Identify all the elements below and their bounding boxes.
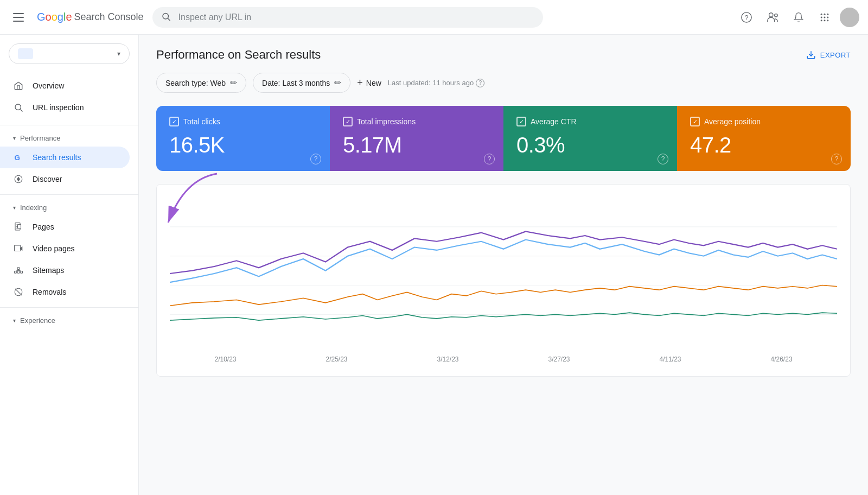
sitemaps-icon bbox=[13, 265, 24, 276]
position-line bbox=[170, 313, 837, 320]
discover-icon bbox=[13, 174, 24, 185]
impressions-line bbox=[170, 231, 837, 274]
discover-label: Discover bbox=[33, 175, 62, 183]
sidebar-divider-2 bbox=[0, 194, 138, 195]
app-logo: Google Search Console bbox=[37, 11, 144, 23]
impressions-help-icon[interactable]: ? bbox=[484, 154, 495, 164]
ctr-value: 0.3% bbox=[516, 133, 664, 157]
svg-point-12 bbox=[821, 20, 822, 21]
metric-cards: ✓ Total clicks 16.5K ? ✓ Total impressio… bbox=[156, 106, 851, 171]
position-label: Average position bbox=[704, 117, 761, 126]
impressions-value: 5.17M bbox=[343, 133, 490, 157]
x-label-6: 4/26/23 bbox=[726, 356, 837, 363]
position-value: 47.2 bbox=[690, 133, 838, 157]
apps-button[interactable] bbox=[814, 7, 835, 28]
svg-point-15 bbox=[15, 104, 21, 110]
experience-collapse-icon: ▾ bbox=[13, 318, 16, 323]
performance-chart: 2/10/23 2/25/23 3/12/23 3/27/23 4/11/23 … bbox=[156, 184, 851, 377]
pages-label: Pages bbox=[33, 223, 54, 231]
ctr-help-icon[interactable]: ? bbox=[658, 154, 668, 164]
svg-point-14 bbox=[827, 20, 828, 21]
sidebar-nav: Overview URL inspection bbox=[0, 73, 138, 120]
svg-line-16 bbox=[20, 109, 22, 111]
user-avatar[interactable] bbox=[840, 8, 859, 27]
hamburger-menu[interactable] bbox=[9, 9, 28, 26]
svg-text:?: ? bbox=[745, 14, 749, 21]
url-search-bar[interactable] bbox=[152, 7, 543, 28]
sidebar-item-overview[interactable]: Overview bbox=[0, 75, 130, 97]
property-dropdown-arrow: ▾ bbox=[117, 50, 120, 58]
clicks-line bbox=[170, 240, 837, 283]
chart-svg bbox=[170, 198, 837, 350]
top-bar: Google Search Console ? bbox=[0, 0, 868, 35]
svg-point-5 bbox=[775, 14, 778, 16]
svg-point-8 bbox=[827, 13, 828, 15]
svg-point-13 bbox=[824, 20, 826, 21]
metric-card-ctr[interactable]: ✓ Average CTR 0.3% ? bbox=[503, 106, 677, 171]
indexing-header-label: Indexing bbox=[20, 204, 47, 212]
svg-point-11 bbox=[827, 16, 828, 18]
x-label-4: 3/27/23 bbox=[503, 356, 615, 363]
impressions-label: Total impressions bbox=[357, 117, 416, 126]
svg-line-34 bbox=[15, 289, 22, 295]
edit-search-type-icon: ✏ bbox=[230, 78, 237, 88]
svg-text:G: G bbox=[15, 154, 21, 162]
svg-rect-27 bbox=[17, 271, 20, 274]
ctr-check-icon: ✓ bbox=[516, 117, 526, 126]
clicks-help-icon[interactable]: ? bbox=[310, 154, 321, 164]
ctr-header: ✓ Average CTR bbox=[516, 117, 664, 126]
indexing-section-header[interactable]: ▾ Indexing bbox=[0, 199, 138, 216]
sidebar-item-video-pages[interactable]: Video pages bbox=[0, 238, 130, 259]
home-icon bbox=[13, 80, 24, 91]
new-filter-button[interactable]: + New bbox=[357, 77, 381, 88]
date-label: Date: Last 3 months bbox=[262, 79, 330, 87]
position-help-icon[interactable]: ? bbox=[831, 154, 842, 164]
search-inspect-icon bbox=[13, 102, 24, 113]
performance-section-header[interactable]: ▾ Performance bbox=[0, 130, 138, 147]
performance-header-label: Performance bbox=[20, 134, 60, 142]
ctr-line bbox=[170, 285, 837, 306]
sidebar-item-sitemaps[interactable]: Sitemaps bbox=[0, 259, 130, 281]
last-updated-text: Last updated: 11 hours ago bbox=[388, 79, 474, 87]
indexing-collapse-icon: ▾ bbox=[13, 205, 16, 211]
export-label: EXPORT bbox=[820, 51, 851, 59]
top-actions: ? bbox=[736, 7, 859, 28]
property-selector[interactable]: ▾ bbox=[9, 43, 130, 64]
svg-rect-23 bbox=[18, 225, 21, 229]
search-icon bbox=[161, 11, 171, 23]
sidebar-item-search-results[interactable]: G Search results bbox=[0, 147, 130, 168]
last-updated: Last updated: 11 hours ago ? bbox=[388, 79, 484, 87]
sidebar-item-discover[interactable]: Discover bbox=[0, 168, 130, 190]
edit-date-icon: ✏ bbox=[334, 78, 341, 88]
last-updated-help-icon: ? bbox=[476, 79, 484, 87]
help-button[interactable]: ? bbox=[736, 7, 757, 28]
x-label-3: 3/12/23 bbox=[392, 356, 503, 363]
svg-rect-24 bbox=[15, 245, 21, 251]
svg-point-6 bbox=[821, 13, 822, 15]
metric-card-clicks[interactable]: ✓ Total clicks 16.5K ? bbox=[156, 106, 330, 171]
sidebar-item-removals[interactable]: Removals bbox=[0, 281, 130, 303]
sidebar-item-url-inspection[interactable]: URL inspection bbox=[0, 97, 130, 118]
search-type-filter[interactable]: Search type: Web ✏ bbox=[156, 73, 246, 93]
overview-label: Overview bbox=[33, 81, 64, 90]
page-header: Performance on Search results EXPORT bbox=[156, 48, 851, 62]
sidebar-item-pages[interactable]: Pages bbox=[0, 216, 130, 238]
impressions-check-icon: ✓ bbox=[343, 117, 353, 126]
experience-section-header[interactable]: ▾ Experience bbox=[0, 312, 138, 329]
clicks-value: 16.5K bbox=[169, 133, 317, 157]
url-inspection-label: URL inspection bbox=[33, 103, 84, 112]
manage-users-button[interactable] bbox=[762, 7, 783, 28]
metric-card-position[interactable]: ✓ Average position 47.2 ? bbox=[677, 106, 851, 171]
url-input[interactable] bbox=[152, 7, 543, 28]
position-header: ✓ Average position bbox=[690, 117, 838, 126]
new-plus-icon: + bbox=[357, 77, 363, 88]
export-button[interactable]: EXPORT bbox=[806, 50, 851, 60]
date-filter[interactable]: Date: Last 3 months ✏ bbox=[253, 73, 350, 93]
metric-card-impressions[interactable]: ✓ Total impressions 5.17M ? bbox=[330, 106, 503, 171]
sidebar-divider-3 bbox=[0, 307, 138, 308]
svg-rect-28 bbox=[21, 271, 23, 274]
experience-header-label: Experience bbox=[20, 316, 55, 325]
svg-rect-26 bbox=[15, 271, 17, 274]
clicks-header: ✓ Total clicks bbox=[169, 117, 317, 126]
notifications-button[interactable] bbox=[788, 7, 809, 28]
